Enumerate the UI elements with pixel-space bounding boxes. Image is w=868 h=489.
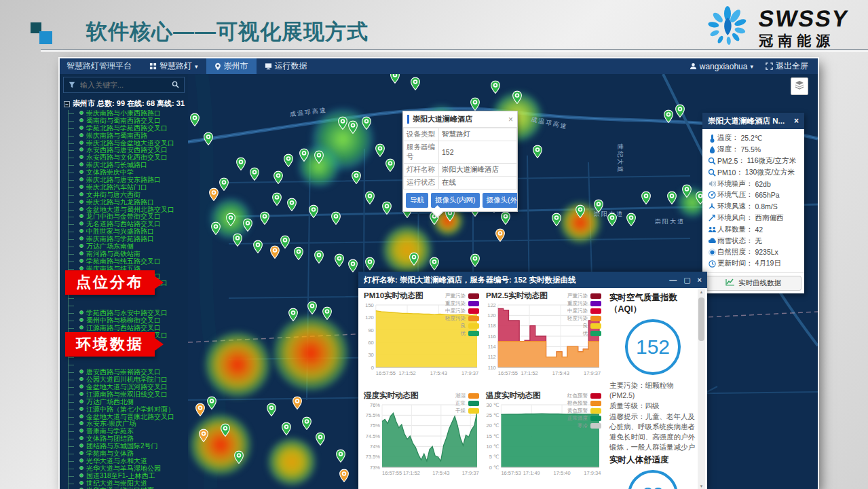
panel-scrollbar[interactable]: ▲ ▼ (698, 289, 705, 489)
streetlight-marker[interactable] (352, 170, 362, 184)
sidebar-tree-item[interactable]: 江源南路与崇双旧线交叉口 (69, 391, 188, 399)
sidebar-tree-item[interactable]: 万达广场西北侧 (69, 399, 188, 406)
filter-icon[interactable] (64, 79, 80, 91)
nav-item-1[interactable]: 崇州市 (206, 58, 257, 74)
streetlight-marker[interactable] (682, 184, 692, 198)
streetlight-marker[interactable] (411, 77, 421, 90)
scroll-up-icon[interactable]: ▲ (698, 290, 705, 294)
sidebar-tree-item[interactable]: 无名道路与西站路交叉口 (69, 221, 188, 228)
maximize-icon[interactable]: ▢ (683, 276, 690, 285)
sidebar-tree-item[interactable]: 金盆地大道与晋康北路交叉口 (69, 414, 188, 421)
sidebar-tree-item[interactable]: 团结路与东城国际2号门 (69, 443, 188, 450)
streetlight-marker[interactable] (533, 145, 543, 158)
streetlight-marker[interactable] (199, 429, 209, 442)
sidebar-tree-item[interactable]: 文体路崇庆中学 (69, 169, 188, 177)
streetlight-marker[interactable] (322, 306, 333, 320)
sidebar-tree-item[interactable]: 南河路与高铁站南 (69, 251, 188, 258)
streetlight-marker[interactable] (338, 116, 348, 130)
sidebar-tree-item[interactable]: 崇庆南路与小康西路路口 (69, 110, 188, 117)
streetlight-marker[interactable] (470, 253, 480, 267)
streetlight-marker[interactable] (221, 423, 231, 437)
sidebar-tree-item[interactable]: 江源南路与西站路交叉口 (69, 325, 188, 332)
streetlight-marker[interactable] (270, 245, 280, 259)
streetlight-marker[interactable] (190, 113, 200, 126)
sidebar-tree-item[interactable]: 江源中路（第七小学斜对面） (69, 406, 188, 414)
streetlight-marker[interactable] (288, 308, 299, 321)
streetlight-marker[interactable] (226, 213, 236, 226)
streetlight-marker[interactable] (575, 204, 586, 218)
sidebar-tree-item[interactable]: 学苑北路与学苑西路交叉口 (69, 125, 188, 132)
sidebar-tree-item[interactable]: 学苑南与文体路 (69, 450, 188, 458)
scrollbar-thumb[interactable] (698, 297, 704, 341)
streetlight-marker[interactable] (430, 257, 440, 270)
streetlight-marker[interactable] (293, 396, 303, 410)
sidebar-tree-item[interactable]: 崇庆北路与金盆地大道交叉口 (69, 140, 188, 147)
sidebar-tree-item[interactable]: 崇庆南路与蜀南西路 (69, 132, 188, 140)
streetlight-marker[interactable] (299, 148, 309, 162)
streetlight-marker[interactable] (594, 199, 604, 213)
streetlight-marker[interactable] (552, 213, 562, 226)
sidebar-tree-item[interactable] (69, 361, 188, 369)
streetlight-marker[interactable] (501, 211, 511, 225)
navigate-button[interactable]: 导航 (406, 193, 428, 208)
sidebar-tree-item[interactable]: 龙门中街与金带街交叉口 (69, 213, 188, 221)
sidebar-tree-item[interactable]: 国道318至F1-上林西工 (69, 473, 188, 480)
streetlight-marker[interactable] (375, 143, 385, 157)
streetlight-marker[interactable] (204, 132, 214, 145)
sidebar-tree-item[interactable]: 万达广场东南侧 (69, 243, 188, 251)
streetlight-marker[interactable] (512, 90, 523, 104)
nav-item-2[interactable]: 运行数据 (257, 58, 316, 74)
streetlight-marker[interactable] (382, 201, 392, 215)
sidebar-tree-item[interactable]: 永安东-崇庆广场 (69, 420, 188, 428)
nav-item-0[interactable]: 智慧路灯▾ (141, 58, 206, 74)
streetlight-marker[interactable] (348, 120, 358, 134)
streetlight-marker[interactable] (211, 221, 221, 235)
streetlight-marker[interactable] (243, 218, 253, 232)
streetlight-marker[interactable] (664, 109, 674, 123)
streetlight-marker[interactable] (641, 191, 652, 204)
sidebar-tree-item[interactable]: 文井街与唐六西街 (69, 192, 188, 199)
tree-root[interactable]: −崇州市 总数: 99 在线: 68 离线: 31 (64, 98, 188, 109)
streetlight-marker[interactable] (339, 469, 350, 482)
streetlight-marker[interactable] (409, 252, 419, 266)
streetlight-marker[interactable] (362, 116, 372, 130)
streetlight-marker[interactable] (491, 80, 501, 94)
sidebar-tree-item[interactable]: 公园大道四川机电学院门口 (69, 376, 188, 384)
streetlight-marker[interactable] (385, 158, 396, 172)
streetlight-marker[interactable] (195, 403, 206, 416)
streetlight-marker[interactable] (365, 191, 375, 204)
streetlight-marker[interactable] (260, 211, 270, 225)
streetlight-marker[interactable] (219, 177, 229, 191)
close-icon[interactable]: × (698, 276, 702, 284)
minimize-icon[interactable]: — (669, 276, 677, 284)
user-menu[interactable]: wangxiaohua▾ (690, 62, 753, 71)
streetlight-marker[interactable] (495, 228, 506, 242)
streetlight-marker[interactable] (280, 235, 290, 249)
sidebar-tree-item[interactable]: 崇庆南路与学苑路路口 (69, 236, 188, 243)
streetlight-marker[interactable] (336, 449, 346, 463)
streetlight-marker[interactable] (207, 396, 217, 410)
streetlight-marker[interactable] (236, 157, 246, 170)
exit-fullscreen-button[interactable]: 退出全屏 (766, 60, 808, 72)
streetlight-marker[interactable] (250, 167, 260, 181)
search-input[interactable] (80, 81, 166, 89)
sidebar-tree-item[interactable]: 晋康南与学苑东 (69, 428, 188, 435)
sidebar-tree-item[interactable]: 学苑南路与纯五路交叉口 (69, 258, 188, 266)
streetlight-marker[interactable] (284, 153, 294, 167)
sidebar-tree-item[interactable]: 崇庆北路与唐安东路路口 (69, 177, 188, 184)
streetlight-marker[interactable] (234, 450, 244, 464)
streetlight-marker[interactable] (272, 192, 282, 206)
sidebar-tree-item[interactable]: 永安西路与文化西街交叉口 (69, 154, 188, 162)
sidebar-tree-item[interactable]: 中胜世家与兴盛路路口 (69, 228, 188, 236)
sidebar-tree-item[interactable]: 光华大道与永和大道 (69, 458, 188, 465)
scroll-down-icon[interactable]: ▼ (698, 484, 705, 488)
streetlight-marker[interactable] (314, 150, 324, 164)
sidebar-tree-item[interactable]: 蜀南街与蜀南西路交叉口 (69, 117, 188, 125)
collapse-icon[interactable]: − (64, 101, 70, 107)
sidebar-tree-item[interactable]: 金盆地大道与蜀州北路交叉口 (69, 206, 188, 214)
streetlight-marker[interactable] (365, 257, 375, 270)
map-layers-button[interactable] (791, 77, 808, 95)
sidebar-tree-item[interactable]: 蜀州中路与杨柳街交叉口 (69, 317, 188, 325)
search-icon[interactable] (166, 79, 184, 91)
streetlight-marker[interactable] (282, 422, 292, 435)
